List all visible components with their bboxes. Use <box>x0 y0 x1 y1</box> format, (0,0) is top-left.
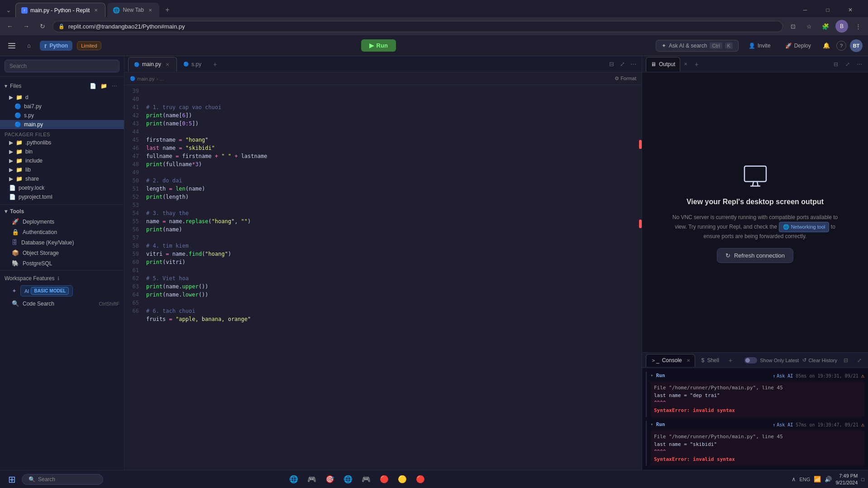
minimize-button[interactable]: ─ <box>795 3 816 17</box>
split-output-button[interactable]: ⊟ <box>831 59 841 69</box>
tab-close-btn[interactable]: ✕ <box>92 7 100 14</box>
forward-button[interactable]: → <box>20 20 33 33</box>
format-button[interactable]: ⚙ Format <box>615 76 636 81</box>
ask-ai-run1-button[interactable]: ↑ Ask AI <box>773 373 793 379</box>
toggle-switch[interactable] <box>744 357 757 364</box>
folder-share[interactable]: ▶ 📁 share <box>0 174 124 183</box>
run-icon: ▶ <box>369 42 374 49</box>
tab-new-tab[interactable]: 🌐 New Tab ✕ <box>107 3 159 17</box>
networking-tool-link[interactable]: 🌐 Networking tool <box>779 222 830 233</box>
file-bai7py[interactable]: 🔵 bai7.py <box>0 102 124 111</box>
tab-close-new-btn[interactable]: ✕ <box>147 6 154 14</box>
folder-include[interactable]: ▶ 📁 include <box>0 156 124 165</box>
folder-d[interactable]: ▶ 📁 d <box>0 93 124 102</box>
tool-postgresql[interactable]: 🐘 PostgreSQL <box>0 258 124 268</box>
folder-pythonlibs[interactable]: ▶ 📁 .pythonlibs <box>0 138 124 147</box>
address-bar[interactable]: 🔒 replit.com/@trandangbao21/Python#main.… <box>52 21 783 32</box>
code-content[interactable]: # 1. truy cap vao chuoi print(name[6]) p… <box>143 85 642 477</box>
add-console-tab-button[interactable]: + <box>725 355 735 365</box>
sidebar-toggle-button[interactable] <box>5 39 18 52</box>
deploy-button[interactable]: 🚀 Deploy <box>780 40 816 51</box>
run-button[interactable]: ▶ Run <box>361 39 396 52</box>
tool-code-search[interactable]: 🔍 Code Search CtrlShiftF <box>0 298 124 309</box>
show-only-latest-toggle[interactable]: Show Only Latest <box>744 357 799 364</box>
taskbar-search-button[interactable]: 🔍 Search <box>22 474 103 485</box>
console-tab-close-button[interactable]: ✕ <box>687 358 690 363</box>
new-file-button[interactable]: 📄 <box>88 81 98 91</box>
notification-center-icon[interactable]: □ <box>861 477 864 482</box>
tools-header[interactable]: ▾ Tools <box>0 206 124 216</box>
run-label-2: Run <box>656 421 665 429</box>
tab-main-py[interactable]: r main.py - Python - Replit ✕ <box>15 3 105 17</box>
output-tab-output[interactable]: 🖥 Output <box>646 57 680 72</box>
invite-button[interactable]: 👤 Invite <box>743 40 776 51</box>
split-console-button[interactable]: ⊟ <box>841 355 851 365</box>
error-code-1: last name = "dep trai" <box>654 392 861 400</box>
taskbar-app-app4[interactable]: 🟡 <box>394 471 410 488</box>
ask-ai-button[interactable]: ✦ Ask AI & search Ctrl K <box>656 40 739 52</box>
code-editor[interactable]: 3940414243 4445464748 4950515253 5455565… <box>124 85 642 477</box>
output-more-button[interactable]: ⋯ <box>854 59 864 69</box>
editor-tab-mainpy[interactable]: 🔵 main.py ✕ <box>128 57 177 72</box>
tool-ai[interactable]: ✦ AI BASIC MODEL <box>0 283 124 298</box>
wifi-icon[interactable]: 📶 <box>814 476 821 483</box>
windows-start-button[interactable]: ⊞ <box>4 471 20 488</box>
extensions-button[interactable]: 🧩 <box>819 20 832 33</box>
refresh-button[interactable]: ↻ <box>36 20 49 33</box>
taskbar-app-app1[interactable]: 🎮 <box>304 471 320 488</box>
back-button[interactable]: ← <box>4 20 16 33</box>
menu-button[interactable]: ⋮ <box>852 20 864 33</box>
chevron-up-icon[interactable]: ∧ <box>792 476 796 483</box>
maximize-button[interactable]: □ <box>817 3 838 17</box>
taskbar-app-steam[interactable]: 🎮 <box>358 471 374 488</box>
ask-ai-run2-button[interactable]: ↑ Ask AI <box>773 421 793 428</box>
taskbar-app-chrome[interactable]: 🌐 <box>340 471 356 488</box>
split-editor-button[interactable]: ⊟ <box>606 59 616 69</box>
expand-console-button[interactable]: ⤢ <box>854 355 864 365</box>
home-button[interactable]: ⌂ <box>23 39 35 52</box>
bookmark-button[interactable]: ☆ <box>803 20 816 33</box>
expand-editor-button[interactable]: ⤢ <box>617 59 627 69</box>
clear-history-button[interactable]: ↺ Clear History <box>802 357 837 363</box>
editor-tab-close-mainpy[interactable]: ✕ <box>164 61 171 68</box>
file-spy[interactable]: 🔵 s.py <box>0 111 124 120</box>
tool-authentication[interactable]: 🔒 Authentication <box>0 227 124 237</box>
search-input[interactable] <box>5 60 119 72</box>
folder-name: .pythonlibs <box>25 139 51 146</box>
editor-tab-spy[interactable]: 🔵 s.py <box>178 57 207 72</box>
folder-lib[interactable]: ▶ 📁 lib <box>0 165 124 174</box>
add-editor-tab-button[interactable]: + <box>210 59 220 70</box>
output-tab-close-button[interactable]: ✕ <box>682 61 689 68</box>
tool-object-storage[interactable]: 📦 Object Storage <box>0 248 124 258</box>
files-menu-button[interactable]: ⋯ <box>110 81 119 91</box>
taskbar-app-app3[interactable]: 🔴 <box>376 471 392 488</box>
file-mainpy[interactable]: 🔵 main.py <box>0 120 124 129</box>
new-folder-button[interactable]: 📁 <box>99 81 109 91</box>
code-search-shortcut: CtrlShiftF <box>99 301 119 306</box>
new-tab-button[interactable]: + <box>161 4 174 16</box>
tab-expand-btn[interactable]: ⌄ <box>4 5 14 15</box>
expand-output-button[interactable]: ⤢ <box>843 59 853 69</box>
add-output-tab-button[interactable]: + <box>691 59 702 70</box>
cast-button[interactable]: ⊡ <box>787 20 799 33</box>
taskbar-app-edge[interactable]: 🌐 <box>286 471 302 488</box>
file-poetrylock[interactable]: 📄 poetry.lock <box>0 183 124 192</box>
folder-bin[interactable]: ▶ 📁 bin <box>0 147 124 156</box>
help-button[interactable]: ? <box>836 41 846 51</box>
file-pyprojecttoml[interactable]: 📄 pyproject.toml <box>0 192 124 201</box>
tool-database[interactable]: 🗄 Database (Key/Value) <box>0 237 124 248</box>
refresh-connection-button[interactable]: ↻ Refresh connection <box>717 248 793 263</box>
editor-more-button[interactable]: ⋯ <box>628 59 638 69</box>
notifications-button[interactable]: 🔔 <box>820 39 833 52</box>
editor-tabs: 🔵 main.py ✕ 🔵 s.py + ⊟ ⤢ ⋯ <box>124 56 642 72</box>
taskbar-app-app2[interactable]: 🎯 <box>322 471 338 488</box>
taskbar-app-app5[interactable]: 🔴 <box>412 471 429 488</box>
tool-deployments[interactable]: 🚀 Deployments <box>0 216 124 227</box>
profile-button[interactable]: B <box>835 20 848 33</box>
volume-icon[interactable]: 🔊 <box>825 476 832 483</box>
avatar[interactable]: BT <box>850 39 863 52</box>
close-button[interactable]: ✕ <box>840 3 861 17</box>
files-section-header[interactable]: ▾ Files 📄 📁 ⋯ <box>0 79 124 93</box>
console-tab-console[interactable]: ＞_ Console ✕ <box>646 354 695 367</box>
console-tab-shell[interactable]: $ Shell <box>697 354 724 367</box>
